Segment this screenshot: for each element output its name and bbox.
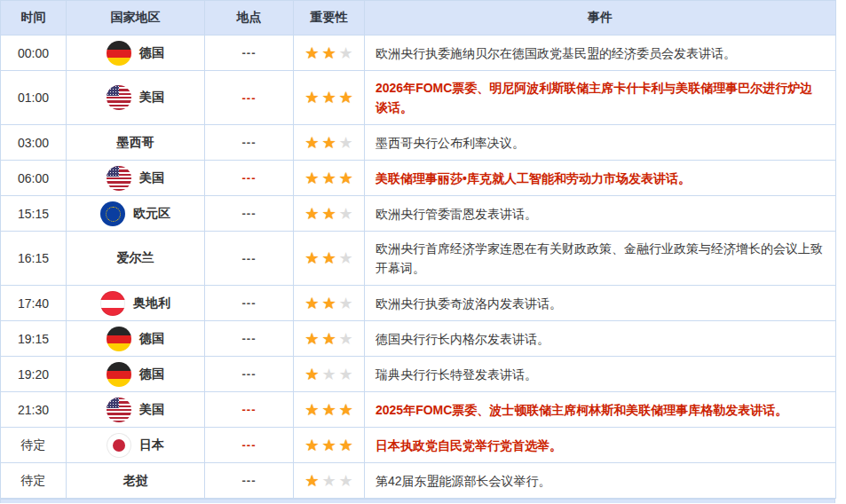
star-empty-icon: ★: [339, 45, 353, 61]
country-name: 老挝: [123, 473, 148, 489]
star-filled-icon: ★: [304, 170, 319, 186]
country-name: 日本: [139, 437, 164, 453]
event-location: ---: [205, 286, 294, 321]
star-filled-icon: ★: [321, 402, 336, 418]
event-location: ---: [205, 321, 294, 357]
event-location: ---: [205, 71, 294, 125]
star-filled-icon: ★: [321, 331, 336, 347]
event-time: 16:15: [1, 232, 67, 286]
event-time: 21:30: [1, 392, 67, 428]
star-filled-icon: ★: [321, 437, 336, 453]
star-empty-icon: ★: [339, 295, 353, 311]
importance-stars: ★★★: [294, 295, 364, 311]
star-filled-icon: ★: [339, 402, 353, 418]
star-filled-icon: ★: [321, 135, 336, 151]
star-filled-icon: ★: [321, 90, 336, 106]
event-description: 瑞典央行行长特登发表讲话。: [365, 357, 836, 392]
country-name: 美国: [139, 170, 164, 186]
country-name: 德国: [139, 331, 164, 347]
star-filled-icon: ★: [321, 250, 336, 266]
event-description: 墨西哥央行公布利率决议。: [365, 125, 836, 161]
event-location: ---: [205, 463, 294, 499]
star-filled-icon: ★: [339, 90, 353, 106]
star-empty-icon: ★: [321, 366, 336, 382]
star-filled-icon: ★: [304, 366, 319, 382]
event-time: 待定: [1, 428, 67, 463]
importance-stars: ★★★: [294, 402, 364, 418]
column-header-country: 国家地区: [67, 1, 205, 35]
table-row: 00:00 德国 --- ★★★ 欧洲央行执委施纳贝尔在德国政党基民盟的经济委员…: [1, 35, 836, 71]
star-filled-icon: ★: [304, 135, 319, 151]
star-filled-icon: ★: [304, 90, 319, 106]
country-name: 德国: [139, 366, 164, 382]
importance-stars: ★★★: [294, 90, 364, 106]
event-description: 美联储理事丽莎•库克就人工智能和劳动力市场发表讲话。: [365, 161, 836, 196]
table-row: 03:00 墨西哥 --- ★★★ 墨西哥央行公布利率决议。: [1, 125, 836, 161]
event-time: 06:00: [1, 161, 67, 196]
importance-stars: ★★★: [294, 473, 364, 489]
event-time: 17:40: [1, 286, 67, 321]
germany-flag-icon: [107, 41, 131, 66]
event-description: 欧洲央行管委雷恩发表讲话。: [365, 196, 836, 232]
event-description: 第42届东盟能源部长会议举行。: [365, 463, 836, 499]
country-name: 奥地利: [133, 295, 170, 311]
column-header-importance: 重要性: [294, 1, 365, 35]
importance-stars: ★★★: [294, 170, 364, 186]
event-time: 19:20: [1, 357, 67, 392]
country-cell: 美国: [67, 166, 204, 191]
event-location: ---: [205, 196, 294, 232]
table-row: 01:00 美国 --- ★★★ 2026年FOMC票委、明尼阿波利斯联储主席卡…: [1, 71, 836, 125]
japan-flag-icon: [107, 433, 131, 458]
economic-calendar-table: 时间 国家地区 地点 重要性 事件 00:00 德国 --- ★★★ 欧洲央行执…: [0, 0, 836, 499]
event-description: 2026年FOMC票委、明尼阿波利斯联储主席卡什卡利与美联储理事巴尔进行炉边谈话…: [365, 71, 836, 125]
country-cell: 奥地利: [67, 291, 204, 316]
star-filled-icon: ★: [304, 331, 319, 347]
country-cell: 德国: [67, 362, 204, 387]
star-empty-icon: ★: [339, 473, 353, 489]
event-location: ---: [205, 428, 294, 463]
event-location: ---: [205, 232, 294, 286]
event-time: 03:00: [1, 125, 67, 161]
event-description: 2025年FOMC票委、波士顿联储主席柯林斯和美联储理事库格勒发表讲话。: [365, 392, 836, 428]
star-empty-icon: ★: [321, 473, 336, 489]
star-empty-icon: ★: [339, 250, 353, 266]
event-location: ---: [205, 161, 294, 196]
star-filled-icon: ★: [321, 170, 336, 186]
importance-stars: ★★★: [294, 45, 364, 61]
importance-stars: ★★★: [294, 366, 364, 382]
event-time: 19:15: [1, 321, 67, 357]
event-location: ---: [205, 125, 294, 161]
star-filled-icon: ★: [304, 437, 319, 453]
country-cell: 爱尔兰: [67, 250, 204, 266]
table-row: 21:30 美国 --- ★★★ 2025年FOMC票委、波士顿联储主席柯林斯和…: [1, 392, 836, 428]
country-cell: 德国: [67, 41, 204, 66]
star-filled-icon: ★: [304, 206, 319, 222]
event-description: 欧洲央行执委奇波洛内发表讲话。: [365, 286, 836, 321]
country-cell: 老挝: [67, 473, 204, 489]
star-filled-icon: ★: [304, 402, 319, 418]
country-name: 欧元区: [133, 206, 170, 222]
star-filled-icon: ★: [339, 437, 353, 453]
country-cell: 美国: [67, 85, 204, 110]
event-time: 待定: [1, 463, 67, 499]
table-row: 15:15 欧元区 --- ★★★ 欧洲央行管委雷恩发表讲话。: [1, 196, 836, 232]
country-name: 爱尔兰: [117, 250, 154, 266]
country-name: 美国: [139, 402, 164, 418]
event-description: 欧洲央行首席经济学家连恩在有关财政政策、金融行业政策与经济增长的会议上致开幕词。: [365, 232, 836, 286]
table-row: 06:00 美国 --- ★★★ 美联储理事丽莎•库克就人工智能和劳动力市场发表…: [1, 161, 836, 196]
country-cell: 欧元区: [67, 201, 204, 226]
usa-flag-icon: [107, 166, 131, 191]
star-filled-icon: ★: [339, 170, 353, 186]
importance-stars: ★★★: [294, 250, 364, 266]
table-header: 时间 国家地区 地点 重要性 事件: [1, 1, 836, 35]
event-time: 00:00: [1, 35, 67, 71]
star-empty-icon: ★: [339, 135, 353, 151]
event-description: 德国央行行长内格尔发表讲话。: [365, 321, 836, 357]
star-empty-icon: ★: [339, 206, 353, 222]
table-row: 待定 老挝 --- ★★★ 第42届东盟能源部长会议举行。: [1, 463, 836, 499]
star-filled-icon: ★: [321, 206, 336, 222]
importance-stars: ★★★: [294, 206, 364, 222]
austria-flag-icon: [100, 291, 125, 316]
country-cell: 德国: [67, 327, 204, 351]
event-location: ---: [205, 357, 294, 392]
